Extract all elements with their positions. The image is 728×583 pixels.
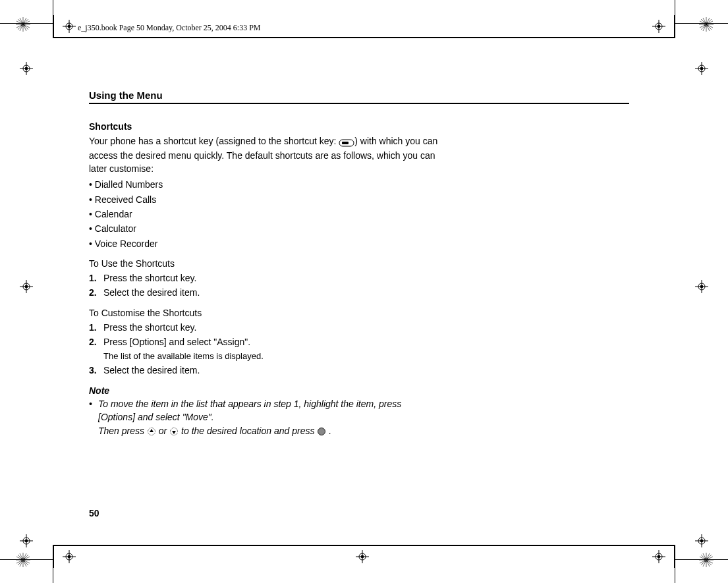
use-shortcuts-title: To Use the Shortcuts [89, 257, 438, 270]
crop-line [675, 559, 728, 560]
note-bullet: • [89, 397, 98, 437]
reg-mark-top-left [16, 17, 29, 30]
step-number: 3. [89, 364, 103, 377]
svg-rect-81 [342, 142, 349, 144]
step-item: 2.Select the desired item. [89, 286, 438, 299]
step-text: Select the desired item. [103, 286, 438, 299]
cross-mark [20, 534, 33, 547]
use-shortcuts-steps: 1.Press the shortcut key. 2.Select the d… [89, 271, 438, 300]
note-text-a: To move the item in the list that appear… [98, 399, 401, 422]
intro-paragraph: Your phone has a shortcut key (assigned … [89, 134, 438, 175]
step-number: 2. [89, 286, 103, 299]
cross-mark [356, 550, 369, 563]
crop-line [0, 559, 53, 560]
list-item: Received Calls [89, 193, 438, 206]
step-item: 1.Press the shortcut key. [89, 271, 438, 285]
step-number: 1. [89, 321, 103, 334]
cross-mark [695, 534, 708, 547]
svg-point-86 [318, 428, 325, 435]
list-item: Voice Recorder [89, 237, 438, 250]
crop-line [53, 0, 53, 16]
note-title: Note [89, 384, 438, 397]
frame-line [674, 15, 675, 38]
customise-shortcuts-steps: 1.Press the shortcut key. 2.Press [Optio… [89, 321, 438, 377]
crop-line [675, 23, 728, 24]
frame-line [53, 545, 675, 546]
list-item: Calculator [89, 222, 438, 235]
frame-line [674, 545, 675, 568]
crop-line [675, 0, 675, 16]
list-item: Dialled Numbers [89, 178, 438, 191]
doc-header: e_j350.book Page 50 Monday, October 25, … [78, 23, 261, 33]
cross-mark [20, 280, 33, 293]
cross-mark [652, 550, 665, 563]
cross-mark [20, 62, 33, 75]
step-number: 1. [89, 271, 103, 285]
note-body: • To move the item in the list that appe… [89, 397, 438, 437]
step-text: Press the shortcut key. [103, 321, 438, 334]
shortcuts-heading: Shortcuts [89, 120, 438, 133]
note-text-b-pre: Then press [98, 426, 147, 436]
svg-marker-85 [172, 431, 176, 434]
crop-line [53, 567, 53, 583]
note-text-b-post: to the desired location and press [179, 426, 317, 436]
reg-mark-top-right [699, 17, 712, 30]
step-item: 3.Select the desired item. [89, 364, 438, 377]
crop-line [675, 567, 675, 583]
step-text: Press the shortcut key. [103, 271, 438, 285]
step-item: 1.Press the shortcut key. [89, 321, 438, 334]
shortcut-key-icon [339, 135, 354, 148]
note-text-b-mid: or [156, 426, 169, 436]
step-item: 2.Press [Options] and select "Assign".Th… [89, 335, 438, 362]
section-rule [89, 103, 629, 104]
cross-mark [695, 280, 708, 293]
cross-mark [63, 20, 76, 33]
frame-line [53, 37, 675, 38]
cross-mark [652, 20, 665, 33]
frame-line [53, 545, 54, 568]
list-item: Calendar [89, 208, 438, 221]
intro-text-a: Your phone has a shortcut key (assigned … [89, 136, 339, 146]
step-number: 2. [89, 335, 103, 348]
default-shortcuts-list: Dialled Numbers Received Calls Calendar … [89, 178, 438, 250]
center-key-icon [317, 426, 326, 436]
customise-shortcuts-title: To Customise the Shortcuts [89, 306, 438, 319]
crop-line [0, 23, 53, 24]
down-arrow-icon [169, 426, 179, 436]
svg-marker-83 [150, 429, 154, 432]
step-detail: The list of the available items is displ… [103, 350, 438, 363]
cross-mark [63, 550, 76, 563]
cross-mark [695, 62, 708, 75]
frame-line [53, 15, 54, 38]
step-text: Press [Options] and select "Assign". [103, 335, 438, 348]
section-heading: Using the Menu [89, 90, 163, 101]
step-text: Select the desired item. [103, 364, 438, 377]
content-body: Shortcuts Your phone has a shortcut key … [89, 120, 438, 437]
note-text-b-end: . [326, 426, 331, 436]
up-arrow-icon [147, 426, 156, 436]
page-number: 50 [89, 508, 99, 518]
